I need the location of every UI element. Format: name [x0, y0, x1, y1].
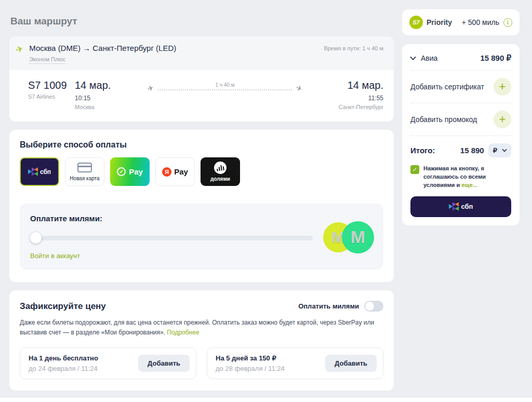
payment-card: Выберите способ оплаты сбп [9, 130, 394, 282]
chevron-down-icon[interactable] [410, 54, 416, 60]
flight-path-line: 1 ч 40 м [158, 86, 292, 90]
priority-label: Priority [427, 18, 452, 26]
lock-option-1-day: На 1 день бесплатно до 24 февраля / 11:2… [20, 347, 196, 379]
total-value: 15 890 [460, 146, 484, 155]
agreement-row: ✓ Нажимая на кнопку, я соглашаюсь со все… [410, 165, 511, 190]
miles-coins-illustration: М М [319, 220, 373, 254]
more-details-link[interactable]: Подробнее [167, 329, 199, 336]
total-label: Итого: [410, 146, 435, 155]
chevron-down-icon [502, 147, 507, 152]
sber-check-icon: ✓ [117, 167, 126, 176]
divider [410, 136, 511, 136]
login-link[interactable]: Войти в аккаунт [30, 252, 80, 260]
plus-icon[interactable]: + [494, 78, 511, 96]
mile-coin-icon: М [342, 221, 374, 253]
depart-date: 14 мар. [75, 79, 142, 91]
yandex-pay-label: Pay [174, 167, 188, 176]
agreement-more-link[interactable]: еще... [461, 182, 477, 188]
currency-select[interactable]: ₽ [488, 143, 511, 157]
payment-method-sbp[interactable]: сбп [20, 157, 59, 186]
sbp-pay-button[interactable]: сбп [410, 196, 511, 217]
sbp-pay-button-label: сбп [461, 203, 473, 210]
lock-option-title: На 1 день бесплатно [29, 354, 98, 362]
order-summary-card: Авиа 15 890 ₽ Добавить сертификат + Доба… [402, 44, 520, 225]
sbp-label: сбп [40, 168, 51, 176]
add-lock-button[interactable]: Добавить [138, 355, 190, 372]
flight-number: S7 1009 [28, 79, 75, 91]
dolyami-logo-icon [213, 160, 227, 175]
agreement-checkbox[interactable]: ✓ [410, 165, 419, 174]
main-column: Ваш маршрут ✈ Москва (DME) → Санкт-Петер… [9, 9, 394, 402]
slider-track[interactable] [30, 236, 313, 240]
payment-method-dolyami[interactable]: долями [201, 157, 240, 186]
airline-name: S7 Airlines [28, 93, 75, 100]
payment-method-sberpay[interactable]: ✓ Pay [110, 157, 150, 186]
depart-time: 10:15 [75, 95, 142, 102]
divider [410, 103, 511, 103]
footer-strip [0, 398, 532, 402]
fare-class-link[interactable]: Эконом Плюс [29, 56, 65, 64]
divider [410, 70, 511, 71]
leg-duration: 1 ч 40 м [158, 82, 292, 88]
currency-code: ₽ [493, 146, 497, 154]
add-certificate-label: Добавить сертификат [410, 83, 484, 91]
arrive-city: Санкт-Петербург [316, 104, 383, 110]
payment-method-new-card[interactable]: Новая карта [65, 157, 104, 186]
dolyami-label: долями [210, 176, 230, 182]
add-lock-button[interactable]: Добавить [325, 355, 377, 372]
plane-icon: ✈ [15, 44, 28, 65]
payment-title: Выберите способ оплаты [20, 140, 383, 150]
payment-method-yandex-pay[interactable]: Я Pay [155, 157, 195, 186]
slider-thumb[interactable] [30, 232, 42, 244]
price-lock-card: Зафиксируйте цену Оплатить милями Даже е… [9, 290, 394, 391]
payment-methods: сбп Новая карта ✓ Pay Я Pay [20, 157, 383, 186]
takeoff-icon: ✈ [147, 84, 155, 92]
pay-miles-toggle-label: Оплатить милями [298, 302, 359, 310]
miles-title: Оплатите милями: [30, 214, 313, 223]
sbp-logo-icon [28, 167, 38, 176]
summary-segment-row[interactable]: Авиа 15 890 ₽ [410, 53, 511, 63]
yandex-logo-icon: Я [162, 167, 171, 177]
info-icon[interactable]: i [503, 18, 512, 27]
sberpay-label: Pay [129, 167, 143, 176]
lock-option-deadline: до 28 февраля / 11:24 [216, 365, 285, 372]
route-title: Москва (DME) → Санкт-Петербург (LED) [29, 44, 176, 52]
add-certificate-row[interactable]: Добавить сертификат + [410, 78, 511, 96]
lock-option-deadline: до 24 февраля / 11:24 [29, 365, 98, 372]
miles-slider[interactable] [30, 232, 313, 244]
segment-price: 15 890 ₽ [480, 53, 511, 63]
sidebar: S7 Priority + 500 миль i Авиа 15 890 ₽ Д… [402, 9, 520, 402]
flight-leg-row: S7 1009 S7 Airlines 14 мар. 10:15 Москва… [9, 70, 394, 122]
add-promocode-label: Добавить промокод [410, 115, 477, 124]
priority-card: S7 Priority + 500 миль i [402, 9, 520, 35]
new-card-label: Новая карта [70, 176, 99, 181]
total-row: Итого: 15 890 ₽ [410, 143, 511, 157]
landing-icon: ✈ [295, 84, 303, 92]
arrive-time: 11:55 [316, 95, 383, 102]
route-card-header: ✈ Москва (DME) → Санкт-Петербург (LED) Э… [9, 36, 394, 70]
price-lock-title: Зафиксируйте цену [20, 301, 106, 312]
trip-duration-label: Время в пути: 1 ч 40 м [324, 45, 383, 51]
route-card: ✈ Москва (DME) → Санкт-Петербург (LED) Э… [9, 36, 394, 122]
lock-option-5-days: На 5 дней за 150 ₽ до 28 февраля / 11:24… [207, 347, 383, 379]
pay-miles-toggle[interactable] [364, 301, 383, 312]
s7-logo-icon: S7 [409, 16, 423, 29]
page-layout: Ваш маршрут ✈ Москва (DME) → Санкт-Петер… [0, 0, 532, 402]
segment-label: Авиа [421, 54, 437, 62]
lock-option-title: На 5 дней за 150 ₽ [216, 354, 285, 362]
arrive-date: 14 мар. [316, 79, 383, 91]
depart-city: Москва [75, 104, 142, 110]
price-lock-options: На 1 день бесплатно до 24 февраля / 11:2… [20, 347, 383, 379]
bank-card-icon [77, 163, 92, 172]
page-title: Ваш маршрут [10, 16, 394, 27]
add-promocode-row[interactable]: Добавить промокод + [410, 111, 511, 128]
priority-miles-value: + 500 миль [462, 18, 499, 26]
sbp-logo-icon [449, 202, 459, 211]
leg-duration-line: ✈ 1 ч 40 м ✈ [148, 85, 302, 92]
plus-icon[interactable]: + [494, 111, 511, 128]
pay-with-miles-panel: Оплатите милями: Войти в аккаунт М М [20, 204, 383, 270]
